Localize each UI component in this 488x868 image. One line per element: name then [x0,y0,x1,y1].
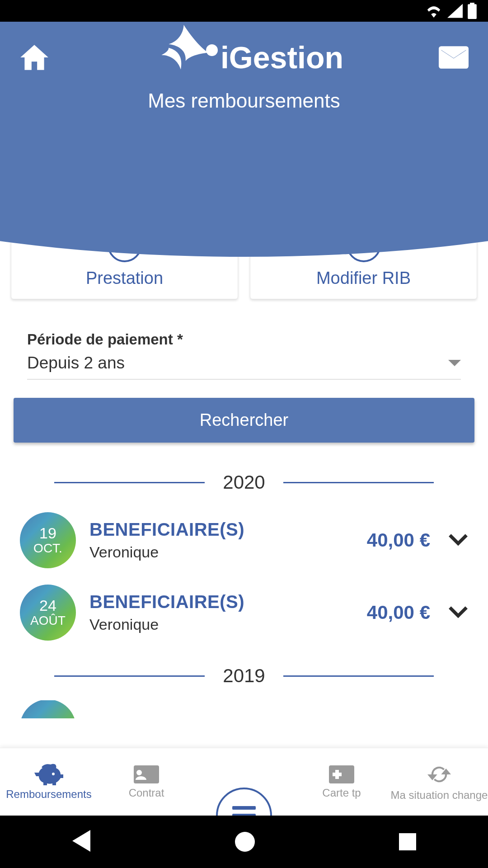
row-beneficiary: Veronique [89,616,353,633]
filter-label: Période de paiement * [27,331,461,348]
chevron-down-icon [448,533,468,546]
date-chip: 08 [20,700,76,718]
expand-button[interactable] [448,533,468,547]
chevron-down-icon [448,605,468,618]
date-month: OCT. [33,542,62,556]
tab-remboursements[interactable]: Remboursements [0,748,98,816]
remboursement-row[interactable]: 24 AOÛT BENEFICIAIRE(S) Veronique 40,00 … [0,579,488,651]
row-beneficiary: Veronique [89,543,353,561]
status-bar [0,0,488,22]
divider-line [54,675,205,677]
date-day: 19 [39,525,56,542]
divider-line [283,675,434,677]
filter-section: Période de paiement * Depuis 2 ans [0,299,488,380]
divider-line [54,482,205,483]
signal-icon [447,4,463,18]
date-month: AOÛT [30,614,66,628]
period-select[interactable]: Depuis 2 ans [27,354,461,380]
nav-recent-button[interactable] [399,833,416,850]
period-select-value: Depuis 2 ans [27,354,125,373]
date-chip: 19 OCT. [20,512,76,568]
mail-button[interactable] [436,39,472,75]
device-frame: iGestion Mes remboursements Consultation… [0,0,488,868]
row-amount: 40,00 € [367,529,430,551]
system-nav-bar [0,816,488,868]
date-chip: 24 AOÛT [20,585,76,641]
year-label: 2019 [223,665,265,687]
row-info: BENEFICIAIRE(S) Veronique [89,592,353,633]
mail-icon [439,46,469,69]
wifi-icon [425,4,443,18]
year-divider: 2019 [54,665,434,687]
app-header: iGestion Mes remboursements [0,22,488,153]
nav-home-button[interactable] [235,832,255,852]
divider-line [283,482,434,483]
battery-icon [467,3,477,19]
logo-text: iGestion [206,40,343,75]
tab-situation[interactable]: Ma situation change [390,748,488,816]
tab-label: Remboursements [6,788,91,801]
id-card-icon [134,765,159,784]
app-content: iGestion Mes remboursements Consultation… [0,22,488,816]
back-triangle-icon [72,830,91,852]
card-prestation-label: Prestation [11,269,238,288]
tab-label: Contrat [129,787,164,799]
refresh-icon [427,763,451,786]
row-amount: 40,00 € [367,602,430,623]
piggy-bank-icon [34,764,63,785]
date-day: 24 [39,597,56,614]
health-card-icon [329,765,354,784]
recent-square-icon [399,833,416,850]
year-divider: 2020 [54,472,434,493]
tab-label: Carte tp [322,787,361,799]
row-title: BENEFICIAIRE(S) [89,592,353,612]
tab-label: Ma situation change [391,789,488,802]
row-title: BENEFICIAIRE(S) [89,519,353,540]
home-icon [18,41,51,74]
remboursement-row[interactable]: 08 [0,700,488,718]
nav-back-button[interactable] [72,830,91,854]
row-info: BENEFICIAIRE(S) Veronique [89,519,353,561]
logo-dot-icon [206,44,218,56]
expand-button[interactable] [448,605,468,620]
tab-contrat[interactable]: Contrat [98,748,195,816]
app-logo: iGestion [145,22,343,94]
page-title: Mes remboursements [0,90,488,112]
dropdown-arrow-icon [448,360,461,366]
home-circle-icon [235,832,255,852]
year-label: 2020 [223,472,265,493]
home-button[interactable] [16,39,52,75]
search-button[interactable]: Rechercher [14,398,474,443]
tab-carte-tp[interactable]: Carte tp [293,748,390,816]
card-modifier-rib-label: Modifier RIB [250,269,477,288]
remboursement-row[interactable]: 19 OCT. BENEFICIAIRE(S) Veronique 40,00 … [0,507,488,579]
hamburger-icon [232,806,256,816]
